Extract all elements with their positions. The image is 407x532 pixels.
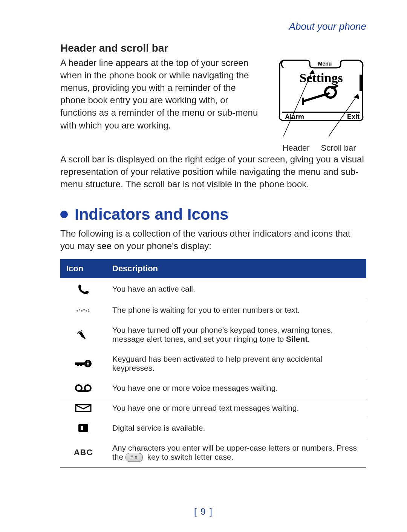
voicemail-icon	[75, 384, 92, 392]
section-bullet-icon	[60, 211, 68, 218]
table-row: You have turned off your phone's keypad …	[60, 320, 366, 349]
active-call-icon	[77, 283, 90, 295]
keyguard-icon	[75, 360, 92, 367]
svg-point-11	[88, 309, 89, 310]
fig-exit-label: Exit	[347, 113, 360, 121]
paragraph-scrollbar: A scroll bar is displayed on the right e…	[60, 153, 366, 190]
desc-text-message: You have one or more unread text message…	[106, 398, 366, 418]
th-description: Description	[106, 259, 366, 278]
desc-uppercase: Any characters you enter will be upper-c…	[106, 438, 366, 467]
phone-screen-figure: Menu Settings Alarm Exit	[272, 57, 366, 153]
fig-caption-header: Header	[282, 143, 309, 153]
svg-point-8	[81, 310, 83, 312]
svg-point-10	[86, 310, 87, 312]
digital-service-icon	[78, 423, 89, 433]
desc-digital-service: Digital service is available.	[106, 418, 366, 438]
table-row: Digital service is available.	[60, 418, 366, 438]
svg-rect-13	[77, 364, 79, 366]
heading-header-scroll: Header and scroll bar	[60, 42, 366, 54]
hash-key-icon: # ⇧	[125, 453, 143, 462]
desc-silent: You have turned off your phone's keypad …	[106, 320, 366, 349]
uppercase-icon: ABC	[74, 448, 93, 457]
svg-marker-5	[354, 94, 359, 99]
table-row: You have one or more unread text message…	[60, 398, 366, 418]
fig-scrollbar	[360, 75, 362, 91]
desc-active-call: You have an active call.	[106, 278, 366, 300]
table-row: You have one or more voice messages wait…	[60, 378, 366, 398]
indicators-table: Icon Description You have an active call…	[60, 259, 366, 468]
breadcrumb-about: About your phone	[60, 21, 366, 32]
svg-rect-23	[81, 426, 83, 430]
desc-keyguard: Keyguard has been activated to help prev…	[106, 349, 366, 378]
th-icon: Icon	[60, 259, 106, 278]
svg-rect-14	[80, 364, 82, 366]
table-row: ABC Any characters you enter will be upp…	[60, 438, 366, 467]
desc-voicemail: You have one or more voice messages wait…	[106, 378, 366, 398]
text-message-icon	[75, 404, 92, 412]
fig-alarm-label: Alarm	[285, 113, 304, 121]
fig-settings-label: Settings	[299, 71, 343, 85]
table-row: Keyguard has been activated to help prev…	[60, 349, 366, 378]
svg-line-2	[283, 70, 313, 136]
paragraph-indicators-intro: The following is a collection of the var…	[60, 227, 366, 252]
phone-screen-svg: Menu Settings Alarm Exit	[272, 57, 366, 139]
table-row: You have an active call.	[60, 278, 366, 300]
fig-caption-scroll: Scroll bar	[321, 143, 356, 153]
paragraph-header-scroll: A header line appears at the top of your…	[60, 57, 263, 131]
fig-settings-icon	[303, 86, 337, 104]
silent-icon	[77, 330, 90, 339]
svg-point-19	[85, 385, 91, 391]
svg-point-0	[325, 87, 336, 98]
svg-rect-22	[78, 424, 88, 432]
fig-menu-label: Menu	[318, 61, 332, 67]
svg-point-7	[79, 309, 80, 310]
svg-point-18	[76, 385, 82, 391]
svg-point-6	[77, 310, 78, 312]
section-title: Indicators and Icons	[75, 205, 228, 223]
svg-rect-12	[75, 362, 84, 365]
svg-point-9	[83, 309, 85, 310]
page-number: [ 9 ]	[0, 506, 407, 517]
desc-waiting-input: The phone is waiting for you to enter nu…	[106, 300, 366, 320]
table-row: The phone is waiting for you to enter nu…	[60, 300, 366, 320]
waiting-input-icon	[76, 307, 91, 313]
